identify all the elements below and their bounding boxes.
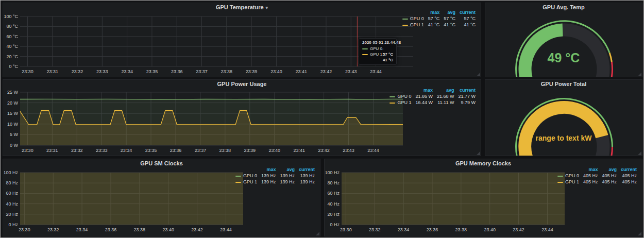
- legend-column-header[interactable]: avg: [442, 9, 457, 15]
- legend-column-header[interactable]: avg: [278, 166, 297, 173]
- x-axis-label: 23:38: [221, 69, 233, 74]
- legend-column-header[interactable]: current: [297, 166, 317, 173]
- panel-resize-handle[interactable]: [477, 73, 480, 76]
- series-color-icon: [402, 25, 408, 26]
- y-axis-label: 20 Hz: [6, 212, 18, 217]
- panel-title-text: GPU Temperature: [216, 4, 264, 10]
- x-axis-label: 23:43: [343, 148, 354, 153]
- panel-resize-handle[interactable]: [638, 73, 641, 76]
- y-axis-label: 0 Hz: [8, 222, 18, 227]
- x-axis-label: 23:40: [484, 227, 496, 232]
- legend-column-header[interactable]: avg: [600, 166, 619, 173]
- y-axis-label: 40 °C: [6, 44, 18, 49]
- panel-gpu-memory-clocks: GPU Memory Clocks 0 Hz20 Hz40 Hz60 Hz80 …: [324, 159, 642, 236]
- x-axis-label: 23:36: [171, 69, 183, 74]
- legend-value: 139 Hz: [278, 179, 297, 185]
- y-axis-label: 10 W: [7, 122, 19, 127]
- y-axis-label: 0 Hz: [330, 222, 340, 227]
- x-axis-label: 23:44: [370, 69, 382, 74]
- legend-row: GPU 0405 Hz405 Hz405 Hz: [555, 173, 639, 179]
- legend-value: 16.44 W: [413, 99, 435, 106]
- panel-resize-handle[interactable]: [477, 151, 480, 155]
- legend-series-toggle[interactable]: GPU 1: [233, 179, 259, 185]
- y-axis-label: 20 °C: [6, 54, 18, 59]
- y-axis-label: 60 °C: [6, 34, 18, 39]
- x-axis-label: 23:30: [340, 227, 352, 232]
- y-axis-label: 40 Hz: [6, 201, 18, 207]
- panel-title-text: GPU Avg. Temp: [543, 4, 585, 10]
- x-axis-label: 23:44: [367, 148, 379, 153]
- series-color-icon: [362, 54, 368, 55]
- panel-title-text: GPU Power Usage: [217, 81, 267, 87]
- legend-value: 21.68 W: [435, 93, 456, 99]
- x-axis-label: 23:42: [320, 69, 332, 74]
- x-axis-label: 23:36: [427, 227, 438, 232]
- gpu-memory-clocks-chart[interactable]: 0 Hz20 Hz40 Hz60 Hz80 Hz100 Hz23:3023:32…: [326, 166, 569, 236]
- series-color-icon: [235, 182, 241, 183]
- legend-series-toggle[interactable]: GPU 0: [233, 173, 259, 179]
- chart-tooltip: 2020-05-01 23:44:48 GPU 0:57 °C GPU 1:41…: [359, 38, 397, 65]
- panel-title-gpu-avg-temp[interactable]: GPU Avg. Temp: [485, 3, 642, 11]
- panel-gpu-sm-clocks: GPU SM Clocks 0 Hz20 Hz40 Hz60 Hz80 Hz10…: [3, 159, 320, 236]
- legend-value: 139 Hz: [278, 173, 297, 179]
- x-axis-label: 23:37: [195, 148, 207, 153]
- panel-title-text: GPU Power Total: [541, 81, 586, 87]
- gpu-temperature-chart[interactable]: 0 °C20 °C40 °C60 °C80 °C100 °C23:3023:31…: [4, 11, 416, 77]
- x-axis-label: 23:34: [121, 69, 133, 74]
- x-axis-label: 23:42: [191, 227, 203, 232]
- legend-value: 41 °C: [426, 22, 442, 28]
- x-axis-label: 23:34: [398, 227, 410, 232]
- gpu-power-usage-chart[interactable]: 0 W5 W10 W15 W20 W25 W23:3023:3123:3223:…: [4, 87, 406, 156]
- legend-value: 11.11 W: [435, 99, 456, 106]
- series-color-icon: [402, 19, 408, 20]
- tooltip-series-value: 41 °C: [383, 57, 393, 63]
- legend-series-toggle[interactable]: GPU 0: [387, 93, 413, 99]
- panel-resize-handle[interactable]: [638, 151, 641, 155]
- legend-row: GPU 116.44 W11.11 W9.79 W: [387, 99, 478, 106]
- legend-value: 405 Hz: [600, 173, 619, 179]
- legend-column-header[interactable]: current: [619, 166, 639, 173]
- legend-value: 9.79 W: [456, 99, 478, 106]
- legend-value: 405 Hz: [581, 179, 600, 185]
- y-axis-label: 0 °C: [9, 64, 18, 69]
- series-color-icon: [557, 176, 563, 177]
- gpu-avg-temp-gauge: [485, 11, 643, 77]
- legend-column-header[interactable]: current: [456, 87, 478, 93]
- legend-column-header[interactable]: max: [259, 166, 278, 173]
- series-color-icon: [235, 176, 241, 177]
- x-axis-label: 23:40: [270, 69, 282, 74]
- x-axis-label: 23:36: [170, 148, 182, 153]
- y-axis-label: 20 W: [7, 100, 19, 106]
- legend-series-toggle[interactable]: GPU 1: [400, 22, 426, 28]
- legend-column-header[interactable]: max: [581, 166, 600, 173]
- legend-series-toggle[interactable]: GPU 1: [387, 99, 413, 106]
- x-axis-label: 23:30: [22, 148, 33, 153]
- legend-column-header[interactable]: max: [413, 87, 435, 93]
- x-axis-label: 23:31: [46, 148, 58, 153]
- panel-title-text: GPU Memory Clocks: [455, 160, 511, 166]
- y-axis-label: 60 Hz: [6, 191, 18, 196]
- legend-series-toggle[interactable]: GPU 1: [555, 179, 581, 185]
- panel-title-gpu-power-total[interactable]: GPU Power Total: [485, 80, 642, 88]
- x-axis-label: 23:33: [96, 69, 108, 74]
- legend-series-toggle[interactable]: GPU 0: [400, 15, 426, 22]
- legend-row: GPU 141 °C41 °C41 °C: [400, 22, 478, 28]
- legend-column-header[interactable]: current: [457, 9, 478, 15]
- x-axis-label: 23:37: [196, 69, 208, 74]
- legend-value: 405 Hz: [600, 179, 619, 185]
- panel-resize-handle[interactable]: [316, 232, 319, 235]
- legend-series-toggle[interactable]: GPU 0: [555, 173, 581, 179]
- legend-value: 57 °C: [426, 15, 442, 22]
- grafana-dashboard: GPU Temperature▾ 0 °C20 °C40 °C60 °C80 °…: [0, 0, 644, 238]
- legend-column-header[interactable]: avg: [435, 87, 456, 93]
- panel-resize-handle[interactable]: [638, 232, 641, 235]
- series-color-icon: [362, 48, 368, 49]
- panel-gpu-power-usage: GPU Power Usage 0 W5 W10 W15 W20 W25 W23…: [3, 79, 481, 156]
- gpu-sm-clocks-chart[interactable]: 0 Hz20 Hz40 Hz60 Hz80 Hz100 Hz23:3023:32…: [4, 166, 247, 236]
- legend-column-header[interactable]: max: [426, 9, 442, 15]
- legend-value: 41 °C: [457, 22, 478, 28]
- y-axis-label: 80 Hz: [6, 180, 18, 185]
- x-axis-label: 23:32: [71, 148, 83, 153]
- series-color-icon: [389, 103, 395, 104]
- tooltip-series-name: GPU 1:: [370, 52, 383, 57]
